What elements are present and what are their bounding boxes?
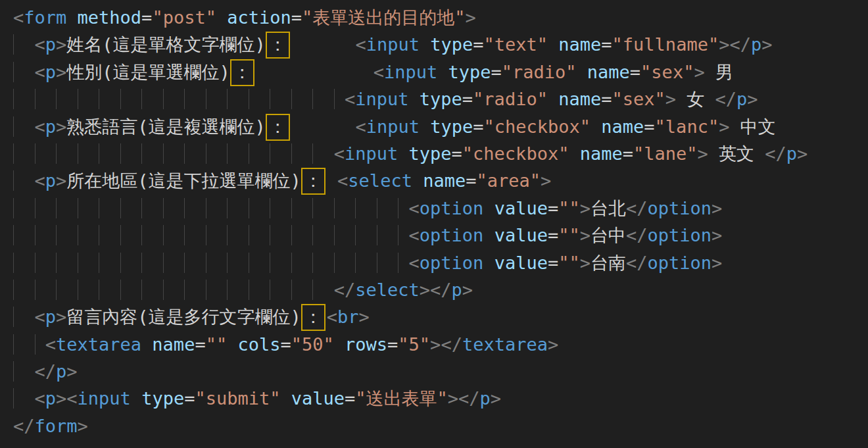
code-token: = [141,7,152,28]
indent-guide [13,143,35,164]
code-token: > [747,89,758,109]
code-token: < [35,62,45,82]
indent-guide [398,225,408,245]
indent-guide [398,198,408,218]
code-token: < [45,334,56,355]
code-line: </p> [0,358,868,385]
indent-guide [312,89,334,109]
indent-guide [249,253,270,273]
code-token: = [548,225,558,245]
code-token: > [359,307,370,327]
code-token: 留言內容(這是多行文字欄位) [66,307,301,327]
unicode-highlight-box: ： [230,59,254,86]
code-token: < [35,388,45,409]
code-token: < [409,198,420,218]
code-token: < [374,62,384,82]
code-token: > [761,34,772,55]
code-token: textarea [56,334,141,355]
code-token: type [430,116,473,137]
indent-guide [249,225,270,245]
code-token [483,198,494,218]
code-token: > [711,225,722,245]
indent-guide [355,225,377,245]
indent-guide [13,334,35,355]
code-token: p [45,170,56,191]
code-token: = [387,334,398,355]
code-token: > [797,143,808,164]
code-token: 所在地區(這是下拉選單欄位) [66,170,301,191]
code-token: = [644,116,654,137]
indent-guide [163,253,185,273]
code-editor[interactable]: <form method="post" action="表單送出的目的地"> <… [0,0,868,448]
code-line: <p>熟悉語言(這是複選欄位)： <input type="checkbox" … [0,113,868,140]
code-token: name [580,143,623,164]
indent-guide [249,198,270,218]
code-token: < [355,34,366,55]
indent-guide [184,225,206,245]
indent-guide [56,198,78,218]
indent-guide [184,143,206,164]
code-token: "" [206,334,228,355]
code-token: "sex" [612,89,665,109]
code-token: > [548,334,558,355]
code-token: name [152,334,195,355]
indent-guide [35,225,57,245]
code-token [334,334,345,355]
code-line: </select></p> [0,276,868,303]
code-token: option [647,253,711,273]
indent-guide [270,253,291,273]
indent-guide [13,62,35,82]
indent-guide [13,280,35,300]
indent-guide [206,253,228,273]
code-token: > [56,62,66,82]
code-token [548,34,558,55]
code-token: > [541,170,551,191]
code-token: < [13,7,24,28]
code-token: type [409,143,452,164]
code-line: </form> [0,412,868,439]
code-line: <input type="checkbox" name="lane"> 英文 <… [0,140,868,167]
code-token: </ [458,388,480,409]
code-token: > [66,361,77,382]
indent-guide [35,253,57,273]
indent-guide [78,225,99,245]
code-token: > [448,388,458,409]
code-token: = [462,89,473,109]
code-token: 英文 [708,143,765,164]
code-token: option [420,198,484,218]
code-token: "text" [483,34,548,55]
code-token: input [366,116,420,137]
indent-guide [78,198,99,218]
indent-guide [334,253,356,273]
indent-guide [227,143,249,164]
indent-guide [163,198,185,218]
code-token: = [195,334,205,355]
code-token: value [494,225,548,245]
code-token: cols [237,334,280,355]
code-token: > [430,334,441,355]
indent-guide [13,198,35,218]
code-token [420,116,430,137]
code-token: </ [334,280,356,300]
indent-guide [141,280,163,300]
code-token: form [24,7,66,28]
code-token: method [78,7,142,28]
indent-guide [312,198,334,218]
indent-guide [206,280,228,300]
indent-guide [35,280,57,300]
code-token [256,62,374,82]
code-token: > [56,34,66,55]
code-token: value [494,198,548,218]
code-token: p [45,62,56,82]
code-token: > [719,34,729,55]
code-token: > [580,225,591,245]
code-token: < [35,307,45,327]
code-token: name [558,89,601,109]
indent-guide [13,225,35,245]
code-token: p [786,143,797,164]
code-token: > [580,198,591,218]
code-token: < [337,170,348,191]
code-token: type [141,388,184,409]
code-token: option [647,198,711,218]
indent-guide [35,198,57,218]
